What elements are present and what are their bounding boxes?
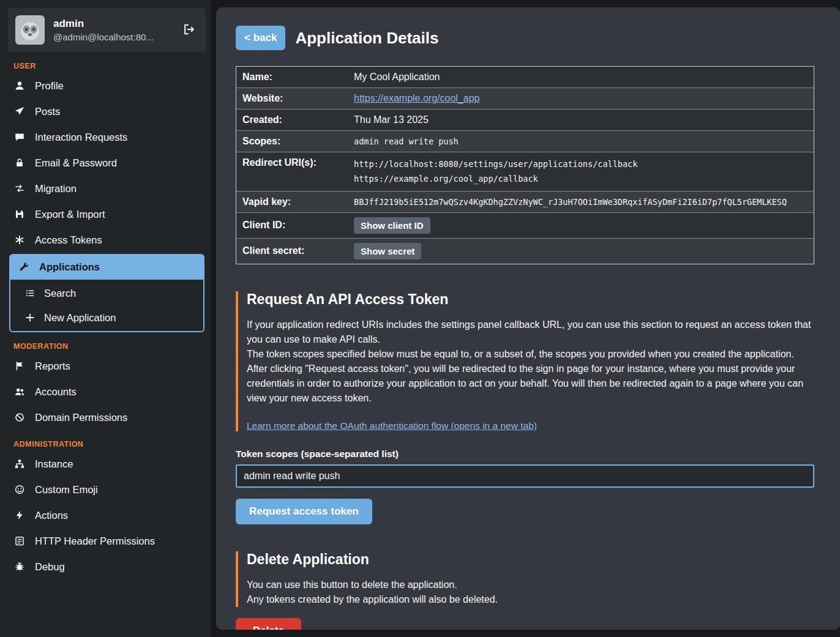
redirect-uri-2: https://example.org/cool_app/callback: [354, 171, 810, 186]
section-title-moderation: MODERATION: [13, 342, 211, 351]
smiley-icon: [13, 483, 26, 496]
sidebar-item-label: Reports: [35, 360, 70, 372]
sidebar-item-email-password[interactable]: Email & Password: [0, 150, 211, 176]
table-row-scopes: Scopes: admin read write push: [236, 131, 814, 152]
table-row-redirect-uris: Redirect URI(s): http://localhost:8080/s…: [236, 152, 814, 192]
show-client-id-button[interactable]: Show client ID: [354, 217, 430, 234]
table-row-client-id: Client ID: Show client ID: [236, 213, 814, 239]
sidebar-item-label: Search: [44, 288, 76, 299]
user-card: admin @admin@localhost:80...: [8, 8, 206, 52]
page-header: < back Application Details: [236, 26, 814, 50]
show-secret-button[interactable]: Show secret: [354, 243, 421, 259]
profile-icon: [13, 80, 26, 92]
logout-button[interactable]: [180, 20, 198, 40]
sidebar-item-label: Email & Password: [35, 157, 117, 169]
delete-paragraph-2: Any tokens created by the application wi…: [247, 592, 814, 607]
section-title-user: USER: [13, 62, 211, 70]
sidebar-item-label: Instance: [35, 458, 73, 470]
token-scopes-input[interactable]: [236, 464, 814, 488]
delete-application-section: Delete Application You can use this butt…: [236, 551, 814, 607]
avatar: [15, 15, 45, 45]
sidebar-item-interaction-requests[interactable]: Interaction Requests: [0, 124, 211, 150]
bolt-icon: [13, 509, 26, 521]
transfer-arrows-icon: [13, 182, 26, 195]
sidebar-item-applications-search[interactable]: Search: [10, 281, 203, 305]
request-token-heading: Request An API Access Token: [247, 291, 814, 308]
users-icon: [13, 386, 26, 398]
sidebar-item-label: Profile: [35, 80, 64, 92]
bug-icon: [13, 561, 26, 573]
sidebar-item-label: Applications: [39, 261, 100, 273]
sidebar-item-label: Migration: [35, 183, 77, 195]
asterisk-icon: [13, 234, 26, 246]
list-icon: [24, 287, 36, 299]
token-scopes-label: Token scopes (space-separated list): [236, 449, 814, 460]
sidebar-item-reports[interactable]: Reports: [0, 353, 211, 379]
sidebar-item-posts[interactable]: Posts: [0, 99, 211, 124]
sidebar-item-http-header-permissions[interactable]: HTTP Header Permissions: [0, 528, 211, 554]
table-row-vapid-key: Vapid key: BBJffJ219b5iE512m7wQSzv4KgKDh…: [236, 192, 814, 213]
paper-plane-icon: [13, 105, 26, 117]
user-name: admin: [53, 18, 171, 30]
sidebar-item-new-application[interactable]: New Application: [10, 305, 203, 330]
request-access-token-button[interactable]: Request access token: [236, 499, 372, 524]
flag-icon: [13, 360, 26, 372]
sidebar-item-debug[interactable]: Debug: [0, 554, 211, 579]
request-token-section: Request An API Access Token If your appl…: [236, 291, 814, 431]
table-row-client-secret: Client secret: Show secret: [236, 239, 814, 264]
name-value: My Cool Application: [350, 67, 814, 87]
scopes-value: admin read write push: [350, 132, 814, 151]
sidebar-item-label: Accounts: [35, 386, 77, 398]
floppy-disk-icon: [13, 208, 26, 220]
sidebar-item-label: Domain Permissions: [35, 412, 127, 423]
sidebar-item-actions[interactable]: Actions: [0, 502, 211, 528]
vapid-key-value: BBJffJ219b5iE512m7wQSzv4KgKDhgZZVzNyWC_r…: [350, 193, 814, 211]
page-title: Application Details: [295, 29, 438, 48]
client-secret-label: Client secret:: [236, 240, 350, 261]
plus-icon: [24, 311, 36, 324]
main-area: < back Application Details Name: My Cool…: [211, 0, 840, 637]
request-token-paragraph-1: If your application redirect URIs includ…: [247, 318, 814, 347]
sidebar-item-label: HTTP Header Permissions: [35, 535, 155, 547]
sidebar-item-profile[interactable]: Profile: [0, 73, 211, 99]
applications-nav-block: Applications Search New Application: [9, 254, 204, 332]
sidebar-item-label: Export & Import: [35, 209, 105, 220]
sidebar-item-instance[interactable]: Instance: [0, 451, 211, 477]
tools-icon: [18, 261, 30, 273]
sidebar-item-label: Interaction Requests: [35, 132, 127, 143]
vapid-key-label: Vapid key:: [236, 192, 350, 212]
sidebar-item-domain-permissions[interactable]: Domain Permissions: [0, 404, 211, 430]
comment-icon: [13, 131, 26, 143]
sidebar: admin @admin@localhost:80... USER Profil…: [0, 0, 211, 637]
sidebar-item-label: New Application: [44, 312, 116, 324]
sidebar-item-migration[interactable]: Migration: [0, 176, 211, 201]
user-info: admin @admin@localhost:80...: [53, 18, 171, 42]
sidebar-item-label: Debug: [35, 561, 65, 573]
ban-icon: [13, 411, 26, 423]
sidebar-item-label: Access Tokens: [35, 234, 102, 246]
redirect-uris-label: Redirect URI(s):: [236, 152, 350, 173]
user-handle: @admin@localhost:80...: [53, 32, 171, 42]
back-button[interactable]: < back: [236, 26, 285, 50]
logout-icon: [182, 29, 196, 38]
sidebar-item-applications[interactable]: Applications: [9, 254, 204, 280]
header-list-icon: [13, 535, 26, 547]
scopes-label: Scopes:: [236, 131, 350, 152]
table-row-created: Created: Thu Mar 13 2025: [236, 110, 814, 131]
sidebar-item-accounts[interactable]: Accounts: [0, 379, 211, 404]
website-label: Website:: [236, 88, 350, 109]
delete-button[interactable]: Delete: [236, 618, 301, 630]
sidebar-item-label: Actions: [35, 510, 68, 521]
oauth-docs-link[interactable]: Learn more about the OAuth authenticatio…: [247, 420, 537, 431]
created-value: Thu Mar 13 2025: [350, 110, 814, 130]
website-link[interactable]: https://example.org/cool_app: [354, 93, 479, 103]
application-details-table: Name: My Cool Application Website: https…: [236, 66, 814, 264]
redirect-uri-1: http://localhost:8080/settings/user/appl…: [354, 157, 810, 171]
sidebar-item-export-import[interactable]: Export & Import: [0, 201, 211, 227]
sitemap-icon: [13, 458, 26, 470]
sidebar-item-custom-emoji[interactable]: Custom Emoji: [0, 477, 211, 502]
request-token-paragraph-2: The token scopes specified below must be…: [247, 347, 814, 362]
table-row-name: Name: My Cool Application: [236, 67, 814, 88]
sidebar-item-access-tokens[interactable]: Access Tokens: [0, 227, 211, 253]
request-token-paragraph-3: After clicking "Request access token", y…: [247, 362, 814, 406]
